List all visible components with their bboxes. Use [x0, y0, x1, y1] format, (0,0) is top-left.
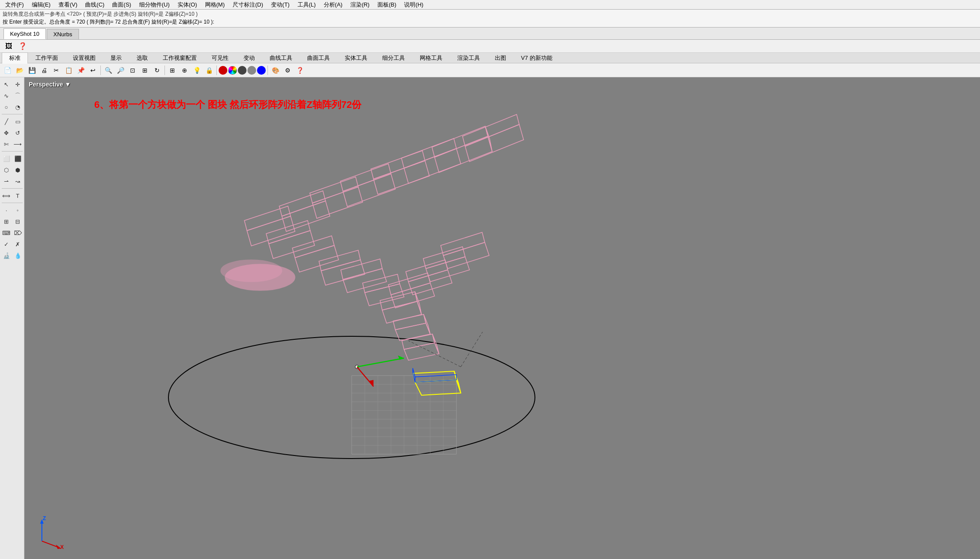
undo-icon[interactable]: ↩ — [87, 65, 99, 76]
ribbon-tab-transform[interactable]: 变动 — [236, 52, 262, 64]
ribbon-tab-print[interactable]: 出图 — [487, 52, 514, 64]
line-icon[interactable]: ╱ — [1, 116, 12, 127]
solid2-icon[interactable]: ⬢ — [13, 165, 23, 175]
save-icon[interactable]: 💾 — [26, 65, 38, 76]
cut-icon[interactable]: ✂ — [51, 65, 62, 76]
help-icon[interactable]: ❓ — [294, 65, 305, 76]
ribbon-tab-solidtools[interactable]: 实体工具 — [337, 52, 375, 64]
ribbon-tab-rendertools[interactable]: 渲染工具 — [450, 52, 487, 64]
lock-icon[interactable]: 🔒 — [203, 65, 215, 76]
dim-icon[interactable]: ⟺ — [1, 190, 12, 201]
menu-subdiv[interactable]: 细分物件(U) — [136, 0, 173, 10]
print-icon[interactable]: 🖨 — [38, 65, 50, 76]
select-icon[interactable]: ↖ — [1, 79, 12, 90]
cross-icon[interactable]: ✗ — [13, 239, 23, 249]
curve-icon[interactable]: ∿ — [1, 90, 12, 101]
ribbon-tab-v7new[interactable]: V7 的新功能 — [514, 52, 560, 64]
color1-icon[interactable] — [219, 66, 227, 75]
tab-xnurbs[interactable]: XNurbs — [47, 29, 79, 39]
surface-icon[interactable]: ⬜ — [1, 153, 12, 164]
ribbon-tab-visible[interactable]: 可见性 — [204, 52, 236, 64]
script-icon[interactable]: ⌨ — [1, 228, 12, 238]
color2-icon[interactable] — [228, 66, 237, 75]
open-icon[interactable]: 📂 — [14, 65, 25, 76]
mesh2-icon[interactable]: ⊟ — [13, 216, 23, 227]
menu-analysis[interactable]: 分析(A) — [320, 0, 346, 10]
paste-icon[interactable]: 📌 — [75, 65, 86, 76]
point-icon[interactable]: · — [1, 205, 12, 215]
menu-render[interactable]: 渲染(R) — [347, 0, 373, 10]
snap-icon[interactable]: ⊕ — [179, 65, 190, 76]
color5-icon[interactable] — [257, 66, 266, 75]
ribbon-tab-vpconfig[interactable]: 工作视窗配置 — [155, 52, 204, 64]
menu-bar: 文件(F) 编辑(E) 查看(V) 曲线(C) 曲面(S) 细分物件(U) 实体… — [0, 0, 980, 10]
rotate-icon[interactable]: ↺ — [13, 128, 23, 138]
trim-icon[interactable]: ✄ — [1, 139, 12, 149]
color4-icon[interactable] — [247, 66, 256, 75]
ribbon-tab-surfacetools[interactable]: 曲面工具 — [300, 52, 337, 64]
ribbon-tab-meshtools[interactable]: 网格工具 — [412, 52, 450, 64]
command-line-1: 旋转角度总合或第一参考点 <720> ( 预览(P)=是 步进角(S) 旋转(R… — [3, 10, 977, 18]
ribbon-tab-workplane[interactable]: 工作平面 — [28, 52, 65, 64]
light-icon[interactable]: 💡 — [191, 65, 202, 76]
ribbon-tab-standard[interactable]: 标准 — [2, 52, 28, 64]
menu-transform[interactable]: 变动(T) — [267, 0, 293, 10]
move-icon[interactable]: ✥ — [1, 128, 12, 138]
copy-icon[interactable]: 📋 — [63, 65, 74, 76]
menu-edit[interactable]: 编辑(E) — [28, 0, 54, 10]
script2-icon[interactable]: ⌦ — [13, 228, 23, 238]
viewport-menu-arrow[interactable]: ▼ — [65, 81, 71, 88]
rect-icon[interactable]: ▭ — [13, 116, 23, 127]
text-icon[interactable]: T — [13, 190, 23, 201]
plugin-icon-help[interactable]: ❓ — [17, 41, 28, 52]
ribbon-tab-setview[interactable]: 设置视图 — [65, 52, 103, 64]
plugin-icon-image[interactable]: 🖼 — [3, 41, 14, 52]
zoom-out-icon[interactable]: 🔎 — [115, 65, 126, 76]
ribbon-tab-select[interactable]: 选取 — [129, 52, 155, 64]
mesh-icon[interactable]: ⊞ — [1, 216, 12, 227]
plugin-toolbar: 🖼 ❓ — [0, 40, 980, 53]
ribbon-tab-display[interactable]: 显示 — [103, 52, 129, 64]
scene-svg — [24, 77, 980, 559]
viewport-label: Perspective ▼ — [29, 81, 71, 88]
main-area: ↖ ✛ ∿ ⌒ ○ ◔ ╱ ▭ ✥ ↺ ✄ ⟶ ⬜ ⬛ ⬡ — [0, 77, 980, 559]
menu-view[interactable]: 查看(V) — [55, 0, 81, 10]
ribbon-tab-curvetools[interactable]: 曲线工具 — [262, 52, 300, 64]
zoom-sel-icon[interactable]: ⊞ — [139, 65, 151, 76]
sep2 — [164, 66, 165, 75]
eyedrop2-icon[interactable]: 💧 — [13, 250, 23, 261]
rotate-view-icon[interactable]: ↻ — [151, 65, 163, 76]
menu-mesh[interactable]: 网格(M) — [202, 0, 229, 10]
new-icon[interactable]: 📄 — [2, 65, 13, 76]
menu-surface[interactable]: 曲面(S) — [109, 0, 134, 10]
circle-icon[interactable]: ○ — [1, 102, 12, 112]
zoom-all-icon[interactable]: ⊡ — [127, 65, 138, 76]
menu-tools[interactable]: 工具(L) — [294, 0, 319, 10]
menu-panel[interactable]: 面板(B) — [374, 0, 400, 10]
extend-icon[interactable]: ⟶ — [13, 139, 23, 149]
menu-dim[interactable]: 尺寸标注(D) — [229, 0, 267, 10]
menu-help[interactable]: 说明(H) — [401, 0, 427, 10]
flow-icon[interactable]: ⇀ — [1, 176, 12, 186]
zoom-in-icon[interactable]: 🔍 — [103, 65, 114, 76]
render-icon[interactable]: 🎨 — [270, 65, 281, 76]
extrude-icon[interactable]: ⬛ — [13, 153, 23, 164]
viewport[interactable]: Perspective ▼ 6、将第一个方块做为一个 图块 然后环形阵列沿着Z轴… — [24, 77, 980, 559]
settings-icon[interactable]: ⚙ — [282, 65, 293, 76]
solid-icon[interactable]: ⬡ — [1, 165, 12, 175]
menu-curve[interactable]: 曲线(C) — [82, 0, 108, 10]
select2-icon[interactable]: ✛ — [13, 79, 23, 90]
color3-icon[interactable] — [238, 66, 247, 75]
tab-keyshot[interactable]: KeyShot 10 — [3, 28, 46, 39]
arc-icon[interactable]: ◔ — [13, 102, 23, 112]
icon-toolbar: 📄 📂 💾 🖨 ✂ 📋 📌 ↩ 🔍 🔎 ⊡ ⊞ ↻ ⊞ ⊕ 💡 🔒 🎨 ⚙ ❓ — [0, 63, 980, 77]
ribbon-tab-subdivtools[interactable]: 细分工具 — [375, 52, 412, 64]
curve2-icon[interactable]: ⌒ — [13, 90, 23, 101]
menu-file[interactable]: 文件(F) — [2, 0, 27, 10]
point2-icon[interactable]: ◦ — [13, 205, 23, 215]
flow2-icon[interactable]: ↝ — [13, 176, 23, 186]
menu-solid[interactable]: 实体(O) — [174, 0, 201, 10]
check-icon[interactable]: ✓ — [1, 239, 12, 249]
eyedrop-icon[interactable]: 🔬 — [1, 250, 12, 261]
grid-icon[interactable]: ⊞ — [167, 65, 178, 76]
